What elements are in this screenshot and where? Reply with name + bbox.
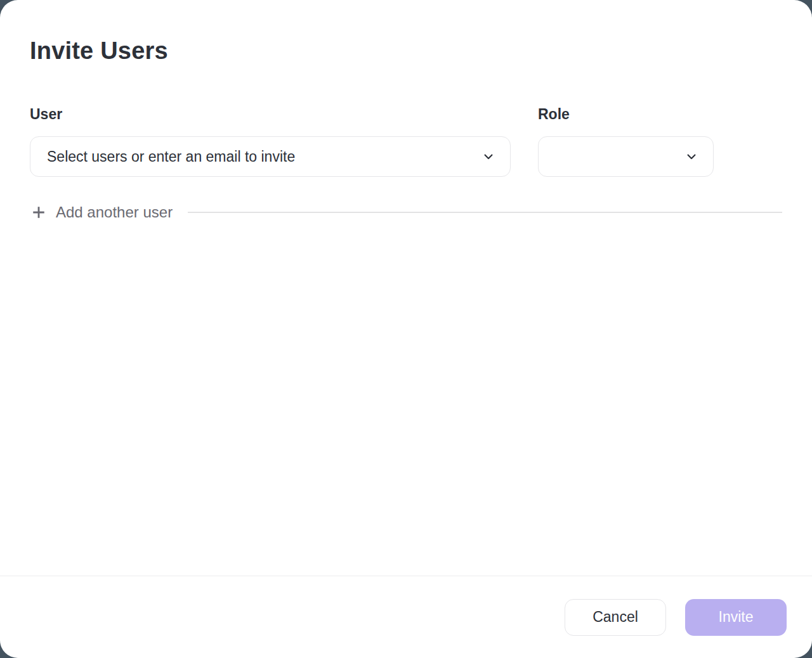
chevron-down-icon [685, 150, 698, 163]
add-another-user-label: Add another user [56, 203, 173, 222]
plus-icon [30, 203, 48, 221]
invite-form-row: User Select users or enter an email to i… [30, 105, 782, 177]
user-select-placeholder: Select users or enter an email to invite [47, 148, 482, 165]
role-field-label: Role [538, 105, 714, 123]
user-select[interactable]: Select users or enter an email to invite [30, 136, 511, 177]
user-field-label: User [30, 105, 511, 123]
dialog-title: Invite Users [30, 35, 782, 66]
role-field: Role [538, 105, 714, 177]
dialog-footer: Cancel Invite [0, 576, 812, 658]
dialog-body: Invite Users User Select users or enter … [0, 0, 812, 576]
chevron-down-icon [482, 150, 495, 163]
invite-button[interactable]: Invite [685, 599, 787, 636]
add-user-row: Add another user [30, 203, 782, 222]
invite-users-dialog: Invite Users User Select users or enter … [0, 0, 812, 658]
add-user-divider [188, 212, 782, 213]
user-field: User Select users or enter an email to i… [30, 105, 511, 177]
add-another-user-button[interactable]: Add another user [30, 203, 173, 222]
role-select[interactable] [538, 136, 714, 177]
cancel-button[interactable]: Cancel [565, 599, 666, 636]
